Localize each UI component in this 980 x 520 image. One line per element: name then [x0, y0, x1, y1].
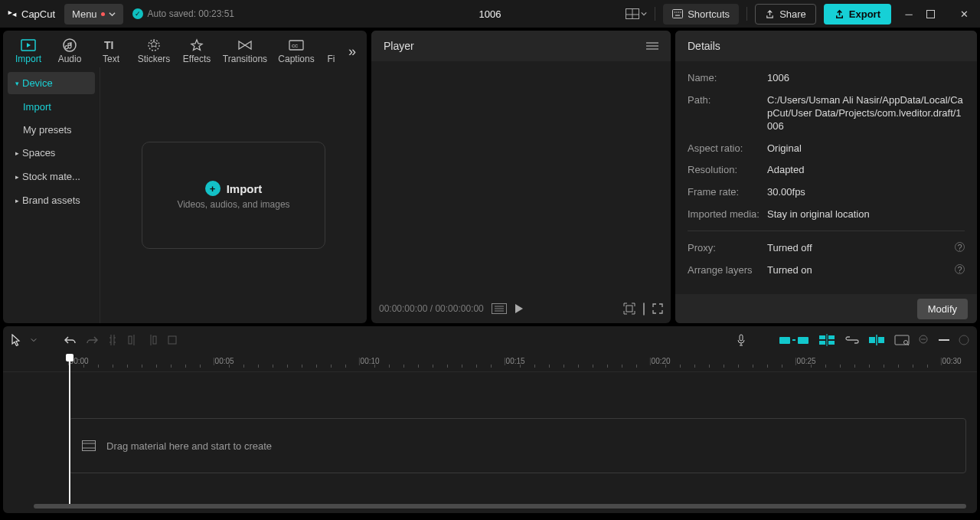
tab-captions[interactable]: cc Captions	[276, 35, 317, 67]
timeline-toolbar	[3, 326, 977, 354]
svg-rect-8	[675, 15, 680, 16]
svg-rect-29	[828, 335, 835, 339]
details-header: Details	[675, 31, 977, 61]
magnet-main-button[interactable]	[779, 337, 808, 344]
check-icon: ✓	[132, 8, 143, 19]
sidebar-item-stock[interactable]: ▸Stock mate...	[8, 165, 95, 188]
caret-down-icon: ▾	[15, 80, 19, 87]
close-button[interactable]: ✕	[954, 8, 974, 20]
tab-import[interactable]: Import	[11, 35, 46, 67]
player-menu-button[interactable]	[646, 41, 658, 51]
select-tool-dropdown[interactable]	[31, 337, 37, 343]
value-arrange: Turned on	[767, 264, 955, 277]
delete-right-icon	[147, 334, 158, 346]
shortcuts-label: Shortcuts	[688, 8, 730, 20]
title-bar: CapCut Menu ✓ Auto saved: 00:23:51 1006 …	[0, 0, 980, 28]
details-body: Name:1006 Path:C:/Users/Usman Ali Nasir/…	[675, 61, 977, 294]
tabs-more-button[interactable]: »	[345, 44, 359, 60]
media-content: + Import Videos, audios, and images	[100, 67, 367, 323]
svg-rect-28	[819, 335, 825, 339]
details-footer: Modify	[675, 294, 977, 323]
tab-label: Effects	[183, 54, 211, 64]
captions-icon: cc	[289, 38, 304, 52]
time-display: 00:00:00:00 / 00:00:00:00	[379, 303, 484, 314]
minus-icon	[939, 338, 949, 342]
project-title: 1006	[479, 8, 501, 20]
chevron-down-icon	[31, 337, 37, 343]
import-card[interactable]: + Import Videos, audios, and images	[142, 142, 325, 249]
shortcuts-button[interactable]: Shortcuts	[663, 4, 739, 25]
scrollbar-thumb[interactable]	[34, 504, 966, 509]
value-path: C:/Users/Usman Ali Nasir/AppData/Local/C…	[767, 94, 965, 133]
magnet-track-button[interactable]	[818, 334, 836, 346]
zoom-fit-button[interactable]	[959, 335, 969, 345]
tab-transitions[interactable]: Transitions	[220, 35, 270, 67]
modify-button[interactable]: Modify	[917, 299, 968, 319]
info-icon[interactable]: ?	[955, 264, 965, 274]
minimize-button[interactable]: ─	[899, 8, 919, 20]
sidebar-item-brand[interactable]: ▸Brand assets	[8, 189, 95, 211]
ratio-button[interactable]	[643, 303, 645, 315]
app-logo: CapCut	[6, 8, 55, 20]
split-button[interactable]	[107, 334, 118, 346]
preview-toggle[interactable]	[894, 335, 910, 345]
play-button[interactable]	[514, 303, 524, 314]
tab-stickers[interactable]: Stickers	[135, 35, 173, 67]
tab-filters[interactable]: Fi	[323, 35, 339, 67]
svg-rect-23	[626, 306, 632, 312]
tab-text[interactable]: TI Text	[93, 35, 129, 67]
mic-button[interactable]	[737, 334, 746, 346]
export-button[interactable]: Export	[824, 4, 891, 25]
scale-button[interactable]	[623, 303, 635, 315]
link-button[interactable]	[845, 336, 859, 344]
timeline[interactable]: |00:00|00:05|00:10|00:15|00:20|00:25|00:…	[3, 354, 977, 513]
scale-icon	[623, 303, 635, 315]
svg-rect-27	[740, 335, 743, 341]
svg-rect-25	[153, 336, 156, 344]
undo-button[interactable]	[64, 335, 77, 345]
share-button[interactable]: Share	[755, 4, 816, 25]
details-panel: Details Name:1006 Path:C:/Users/Usman Al…	[675, 31, 977, 323]
select-tool[interactable]	[11, 334, 21, 346]
media-panel: Import Audio TI Text Stickers Effects Tr…	[3, 31, 367, 323]
value-resolution: Adapted	[767, 164, 965, 177]
link-icon	[845, 336, 859, 344]
preview-quality-button[interactable]	[492, 303, 507, 314]
snap-button[interactable]	[868, 335, 885, 345]
delete-left-button[interactable]	[127, 334, 138, 346]
value-imported: Stay in original location	[767, 208, 965, 221]
crop-button[interactable]	[167, 335, 178, 345]
maximize-button[interactable]	[926, 10, 946, 18]
sidebar-sub-import[interactable]: Import	[8, 96, 95, 117]
snap-icon	[868, 335, 885, 345]
hamburger-icon	[646, 41, 658, 51]
delete-right-button[interactable]	[147, 334, 158, 346]
sidebar-item-device[interactable]: ▾Device	[8, 72, 95, 94]
zoom-slider[interactable]	[939, 338, 949, 342]
preview-icon	[894, 335, 910, 345]
menu-indicator-dot	[101, 12, 105, 16]
effects-icon	[190, 38, 204, 52]
zoom-out-button[interactable]	[919, 335, 929, 345]
menu-button[interactable]: Menu	[64, 4, 123, 25]
timeline-scrollbar[interactable]	[34, 504, 966, 509]
fullscreen-button[interactable]	[652, 303, 663, 314]
layout-button[interactable]	[626, 3, 647, 25]
tab-label: Audio	[58, 54, 82, 64]
playhead[interactable]	[69, 355, 70, 509]
redo-icon	[86, 335, 98, 345]
magnet-track-icon	[818, 334, 836, 346]
timeline-dropzone[interactable]: Drag material here and start to create	[69, 418, 966, 473]
tab-effects[interactable]: Effects	[179, 35, 214, 67]
info-icon[interactable]: ?	[955, 242, 965, 252]
player-canvas[interactable]	[371, 61, 671, 294]
timeline-ruler[interactable]: |00:00|00:05|00:10|00:15|00:20|00:25|00:…	[3, 354, 977, 372]
tab-audio[interactable]: Audio	[52, 35, 87, 67]
mic-icon	[737, 334, 746, 346]
stickers-icon	[147, 38, 161, 52]
sidebar-sub-presets[interactable]: My presets	[8, 119, 95, 140]
svg-point-37	[904, 341, 908, 345]
redo-button[interactable]	[86, 335, 98, 345]
svg-rect-36	[895, 335, 909, 345]
sidebar-item-spaces[interactable]: ▸Spaces	[8, 142, 95, 164]
